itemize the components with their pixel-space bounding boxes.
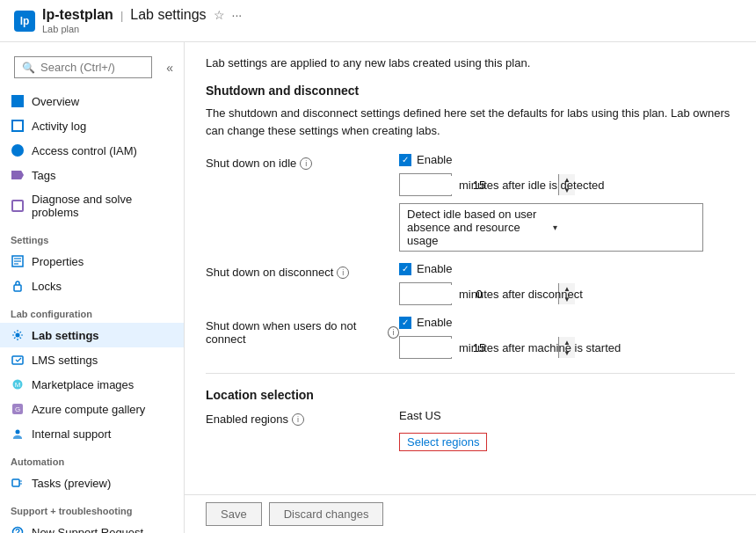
shutdown-disconnect-unit: minutes after disconnect — [459, 288, 583, 301]
shutdown-no-connect-enable-label: Enable — [417, 316, 452, 329]
svg-text:?: ? — [15, 528, 20, 533]
enabled-regions-label: Enabled regions i — [206, 409, 399, 426]
shutdown-on-idle-label: Shut down on idle i — [206, 153, 399, 170]
dropdown-arrow-icon: ▾ — [553, 223, 695, 232]
shutdown-no-connect-row: Shut down when users do not connect i En… — [206, 316, 735, 359]
diagnose-icon — [11, 199, 25, 213]
search-input[interactable] — [40, 61, 144, 74]
lab-settings-icon — [11, 328, 25, 342]
sidebar-item-properties[interactable]: Properties — [0, 249, 184, 274]
page-header: lp lp-testplan | Lab settings ☆ ··· Lab … — [0, 0, 756, 42]
shutdown-idle-info-icon[interactable]: i — [300, 157, 312, 170]
shutdown-no-connect-minutes-row: ▲ ▼ minutes after machine is started — [399, 336, 621, 359]
svg-point-5 — [16, 333, 20, 338]
new-support-icon: ? — [11, 525, 25, 533]
header-actions: ☆ ··· — [214, 8, 243, 22]
shutdown-no-connect-checkbox[interactable] — [399, 317, 411, 329]
header-separator: | — [120, 9, 123, 22]
sidebar-item-compute-gallery[interactable]: G Azure compute gallery — [0, 397, 184, 421]
resource-icon: lp — [14, 11, 35, 32]
more-options-icon[interactable]: ··· — [232, 8, 243, 22]
enabled-regions-row: Enabled regions i East US Select regions — [206, 409, 735, 451]
settings-section-label: Settings — [0, 228, 184, 249]
location-section-title: Location selection — [206, 388, 735, 402]
shutdown-idle-enable-row: Enable — [399, 153, 703, 166]
svg-rect-4 — [14, 285, 21, 291]
shutdown-no-connect-unit: minutes after machine is started — [459, 341, 621, 354]
region-value: East US — [399, 409, 487, 422]
automation-section-label: Automation — [0, 449, 184, 471]
shutdown-section-title: Shutdown and disconnect — [206, 84, 735, 98]
sidebar-item-internal-support[interactable]: Internal support — [0, 421, 184, 446]
sidebar-item-overview[interactable]: Overview — [0, 89, 184, 113]
support-section-label: Support + troubleshooting — [0, 499, 184, 520]
sidebar-item-diagnose[interactable]: Diagnose and solve problems — [0, 187, 184, 224]
collapse-sidebar-button[interactable]: « — [163, 57, 177, 78]
shutdown-on-disconnect-row: Shut down on disconnect i Enable ▲ ▼ — [206, 262, 735, 305]
shutdown-on-idle-row: Shut down on idle i Enable ▲ ▼ — [206, 153, 735, 252]
enabled-regions-controls: East US Select regions — [399, 409, 487, 451]
discard-changes-button[interactable]: Discard changes — [269, 502, 384, 526]
shutdown-idle-dropdown-row: Detect idle based on user absence and re… — [399, 203, 703, 252]
shutdown-no-connect-spinner[interactable]: ▲ ▼ — [399, 336, 452, 359]
footer-bar: Save Discard changes — [185, 494, 756, 533]
internal-support-icon — [11, 427, 25, 441]
search-icon: 🔍 — [22, 62, 35, 74]
svg-rect-12 — [12, 479, 19, 486]
search-box[interactable]: 🔍 — [14, 56, 152, 78]
sidebar-item-lms-settings[interactable]: LMS settings — [0, 347, 184, 372]
shutdown-on-disconnect-label: Shut down on disconnect i — [206, 262, 399, 279]
shutdown-disconnect-spinner[interactable]: ▲ ▼ — [399, 282, 452, 305]
access-control-icon — [11, 143, 25, 157]
shutdown-idle-dropdown[interactable]: Detect idle based on user absence and re… — [399, 203, 703, 252]
compute-gallery-icon: G — [11, 402, 25, 416]
shutdown-disconnect-enable-row: Enable — [399, 262, 583, 275]
svg-text:M: M — [15, 381, 21, 389]
header-title-area: lp-testplan | Lab settings ☆ ··· Lab pla… — [42, 7, 242, 34]
shutdown-no-connect-info-icon[interactable]: i — [388, 326, 399, 339]
shutdown-no-connect-label: Shut down when users do not connect i — [206, 316, 399, 346]
shutdown-disconnect-controls: Enable ▲ ▼ minutes after disconnect — [399, 262, 583, 305]
shutdown-idle-unit: minutes after idle is detected — [459, 179, 604, 192]
activity-log-icon — [11, 119, 25, 133]
shutdown-idle-controls: Enable ▲ ▼ minutes after idle is detecte… — [399, 153, 703, 252]
sidebar-item-activity-log[interactable]: Activity log — [0, 113, 184, 138]
lms-icon — [11, 353, 25, 367]
lab-config-section-label: Lab configuration — [0, 302, 184, 323]
main-layout: 🔍 « Overview Activity log Access control… — [0, 42, 756, 533]
overview-icon — [11, 94, 25, 108]
content-description: Lab settings are applied to any new labs… — [206, 56, 735, 69]
save-button[interactable]: Save — [206, 502, 262, 526]
shutdown-disconnect-checkbox[interactable] — [399, 263, 411, 275]
shutdown-idle-enable-label: Enable — [417, 153, 452, 166]
sidebar-item-marketplace[interactable]: M Marketplace images — [0, 372, 184, 397]
shutdown-idle-spinner[interactable]: ▲ ▼ — [399, 173, 452, 196]
svg-point-11 — [16, 430, 20, 434]
shutdown-idle-checkbox[interactable] — [399, 154, 411, 166]
shutdown-disconnect-minutes-row: ▲ ▼ minutes after disconnect — [399, 282, 583, 305]
svg-rect-6 — [12, 356, 23, 364]
shutdown-disconnect-enable-label: Enable — [417, 262, 452, 275]
enabled-regions-info-icon[interactable]: i — [292, 413, 304, 426]
shutdown-idle-minutes-row: ▲ ▼ minutes after idle is detected — [399, 173, 703, 196]
section-divider — [206, 373, 735, 374]
sidebar-item-tasks[interactable]: Tasks (preview) — [0, 471, 184, 495]
sidebar-item-new-support[interactable]: ? New Support Request — [0, 520, 184, 533]
sidebar: 🔍 « Overview Activity log Access control… — [0, 42, 185, 533]
tasks-icon — [11, 476, 25, 490]
tags-icon — [11, 168, 25, 182]
marketplace-icon: M — [11, 377, 25, 391]
svg-text:G: G — [15, 405, 20, 413]
sidebar-item-access-control[interactable]: Access control (IAM) — [0, 138, 184, 163]
sidebar-item-lab-settings[interactable]: Lab settings — [0, 323, 184, 347]
select-regions-link[interactable]: Select regions — [399, 433, 487, 451]
resource-type: Lab plan — [42, 24, 242, 34]
shutdown-disconnect-info-icon[interactable]: i — [337, 266, 349, 279]
properties-icon — [11, 254, 25, 268]
favorite-icon[interactable]: ☆ — [214, 8, 225, 22]
shutdown-no-connect-enable-row: Enable — [399, 316, 621, 329]
shutdown-no-connect-controls: Enable ▲ ▼ minutes after machine is star… — [399, 316, 621, 359]
resource-name: lp-testplan — [42, 7, 113, 23]
sidebar-item-tags[interactable]: Tags — [0, 163, 184, 187]
sidebar-item-locks[interactable]: Locks — [0, 274, 184, 298]
